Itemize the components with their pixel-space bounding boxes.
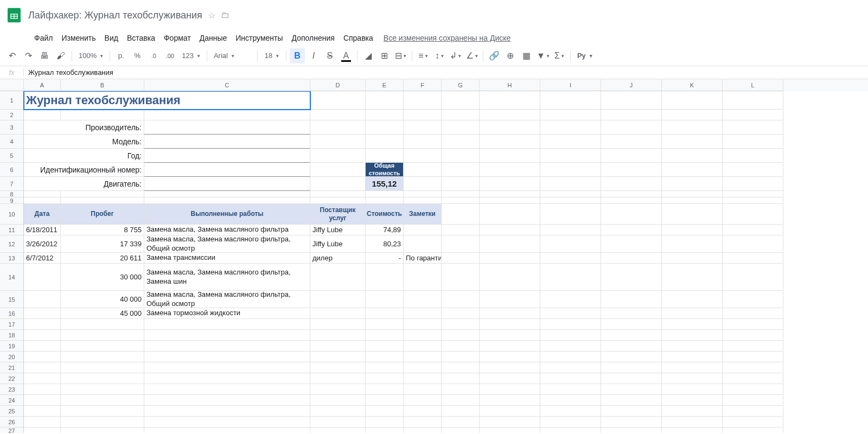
cell[interactable] — [442, 395, 480, 406]
cell[interactable] — [601, 197, 662, 204]
cell[interactable] — [310, 352, 366, 362]
cell[interactable] — [723, 264, 783, 291]
sheets-logo[interactable] — [4, 5, 24, 25]
row-header-21[interactable]: 21 — [0, 362, 24, 373]
cell-notes[interactable] — [404, 308, 442, 319]
cell-notes[interactable] — [404, 264, 442, 291]
cell[interactable] — [24, 395, 61, 406]
cell[interactable] — [723, 291, 783, 308]
cell[interactable] — [662, 149, 723, 163]
cell[interactable] — [662, 291, 723, 308]
print-button[interactable]: 🖶 — [37, 48, 52, 63]
cell[interactable] — [366, 191, 404, 197]
cell[interactable] — [723, 163, 783, 177]
row-header-11[interactable]: 11 — [0, 225, 24, 235]
cell[interactable] — [540, 319, 601, 330]
info-label[interactable]: Двигатель: — [24, 177, 144, 191]
cell-mileage[interactable]: 17 339 — [61, 235, 144, 253]
cell[interactable] — [61, 395, 144, 406]
cell[interactable] — [144, 406, 310, 417]
cell[interactable] — [310, 149, 366, 163]
cell[interactable] — [723, 373, 783, 384]
row-header-1[interactable]: 1 — [0, 91, 24, 110]
cell[interactable] — [601, 120, 662, 135]
cell[interactable] — [662, 225, 723, 235]
cell[interactable] — [61, 341, 144, 352]
row-header-5[interactable]: 5 — [0, 149, 24, 163]
cell[interactable] — [404, 110, 442, 120]
cell-mileage[interactable]: 45 000 — [61, 308, 144, 319]
cell[interactable] — [310, 330, 366, 341]
cell[interactable] — [662, 319, 723, 330]
row-header-8[interactable]: 8 — [0, 191, 24, 197]
cell[interactable] — [366, 373, 404, 384]
cell[interactable] — [61, 384, 144, 395]
th-date[interactable]: Дата — [24, 204, 61, 225]
cell[interactable] — [540, 110, 601, 120]
cell[interactable] — [540, 177, 601, 191]
cell[interactable] — [61, 319, 144, 330]
cell-mileage[interactable]: 20 611 — [61, 253, 144, 264]
row-header-23[interactable]: 23 — [0, 384, 24, 395]
strikethrough-button[interactable]: S — [322, 48, 337, 63]
cell[interactable] — [723, 352, 783, 362]
cell[interactable] — [404, 395, 442, 406]
cell[interactable] — [442, 253, 480, 264]
cell[interactable] — [723, 308, 783, 319]
cell-work[interactable]: Замена масла, Замена масляного фильтра, … — [144, 264, 310, 291]
column-header-B[interactable]: B — [61, 79, 144, 91]
cell[interactable] — [480, 395, 540, 406]
cell[interactable] — [601, 191, 662, 197]
cell[interactable] — [442, 362, 480, 373]
cell[interactable] — [540, 204, 601, 225]
row-header-7[interactable]: 7 — [0, 177, 24, 191]
cell-date[interactable] — [24, 291, 61, 308]
cell[interactable] — [723, 330, 783, 341]
cell[interactable] — [723, 110, 783, 120]
cell-supplier[interactable]: дилер — [310, 253, 366, 264]
redo-button[interactable]: ↷ — [21, 48, 36, 63]
cell[interactable] — [540, 330, 601, 341]
cell[interactable] — [366, 319, 404, 330]
row-header-17[interactable]: 17 — [0, 319, 24, 330]
cell[interactable] — [310, 395, 366, 406]
cell[interactable] — [442, 120, 480, 135]
cell-work[interactable]: Замена масла, Замена масляного фильтра, … — [144, 291, 310, 308]
cell[interactable] — [310, 417, 366, 427]
cell[interactable] — [144, 384, 310, 395]
cell[interactable] — [404, 417, 442, 427]
cell[interactable] — [662, 373, 723, 384]
cell[interactable] — [480, 427, 540, 433]
menu-file[interactable]: Файл — [30, 31, 56, 44]
cell[interactable] — [366, 120, 404, 135]
cell[interactable] — [404, 191, 442, 197]
cell[interactable] — [723, 417, 783, 427]
cell[interactable] — [366, 427, 404, 433]
undo-button[interactable]: ↶ — [4, 48, 20, 63]
cell[interactable] — [480, 149, 540, 163]
cell[interactable] — [442, 373, 480, 384]
cell-notes[interactable] — [404, 235, 442, 253]
cell[interactable] — [601, 253, 662, 264]
cell[interactable] — [310, 384, 366, 395]
cell[interactable] — [601, 91, 662, 110]
cell[interactable] — [662, 330, 723, 341]
italic-button[interactable]: I — [306, 48, 321, 63]
cell[interactable] — [723, 362, 783, 373]
row-header-19[interactable]: 19 — [0, 341, 24, 352]
cell[interactable] — [480, 163, 540, 177]
column-header-E[interactable]: E — [366, 79, 404, 91]
cell[interactable] — [540, 225, 601, 235]
save-status[interactable]: Все изменения сохранены на Диске — [384, 34, 511, 42]
cell[interactable] — [61, 197, 144, 204]
cell[interactable] — [723, 235, 783, 253]
column-headers[interactable]: ABCDEFGHIJKL — [0, 79, 868, 91]
cell[interactable] — [540, 253, 601, 264]
info-input[interactable] — [144, 135, 310, 149]
cell[interactable] — [310, 197, 366, 204]
column-header-D[interactable]: D — [310, 79, 366, 91]
cell[interactable] — [601, 384, 662, 395]
cell[interactable] — [662, 110, 723, 120]
cell-date[interactable] — [24, 308, 61, 319]
cell[interactable] — [61, 362, 144, 373]
